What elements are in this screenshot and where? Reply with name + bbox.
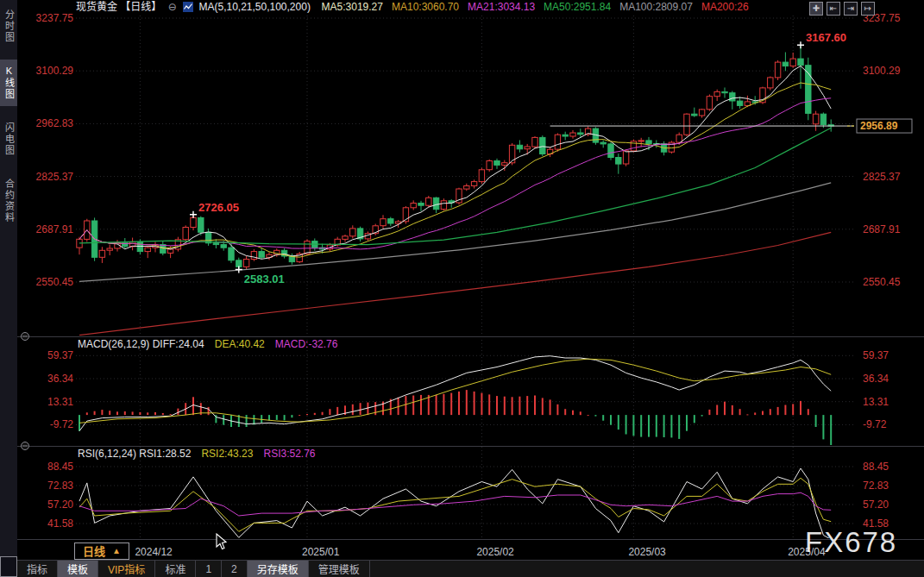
svg-text:57.20: 57.20	[47, 499, 73, 511]
macd-histogram-bar	[481, 393, 482, 416]
macd-histogram-bar	[314, 413, 316, 415]
macd-histogram-bar	[162, 413, 164, 415]
toolbar-tab-2[interactable]: 2	[222, 561, 248, 577]
macd-histogram-bar	[732, 405, 733, 415]
macd-histogram-bar	[374, 402, 376, 415]
panel-collapse-icon[interactable]	[22, 442, 29, 450]
candle	[221, 245, 226, 248]
macd-dea-line	[79, 359, 831, 423]
ma-settings-label[interactable]: MA(5,10,21,50,100,200)	[198, 1, 310, 13]
macd-histogram-bar	[724, 402, 726, 416]
sidebar-item-K线图[interactable]: K线图	[0, 60, 17, 106]
sidebar-item-合约资料[interactable]: 合约资料	[0, 172, 17, 229]
candle	[813, 114, 818, 124]
candle	[509, 145, 514, 163]
candle	[707, 97, 712, 110]
chart-header: 现货黄金 【日线】 ⊖ MA(5,10,21,50,100,200) MA5:3…	[76, 0, 757, 15]
price-axis-label: 3237.75	[36, 12, 74, 24]
macd-pane: 59.3759.3736.3436.3413.3113.31-9.72-9.72	[47, 349, 889, 448]
ma-value-label: MA100:2809.07	[619, 1, 693, 13]
macd-value-label: DEA:40.42	[215, 338, 265, 350]
zoom-x-left-icon[interactable]: ⇤	[827, 2, 840, 16]
date-axis-label: 2025/01	[302, 546, 340, 558]
candle	[684, 114, 689, 135]
macd-histogram-bar	[572, 411, 574, 415]
panel-collapse-icon[interactable]	[22, 333, 29, 341]
macd-histogram-bar	[610, 415, 612, 425]
macd-histogram-bar	[663, 415, 665, 437]
price-axis-label: 3100.29	[863, 65, 901, 77]
macd-histogram-bar	[208, 407, 210, 415]
candle	[783, 62, 788, 66]
candle	[699, 110, 704, 116]
candle	[471, 182, 476, 186]
bottom-left-corner-box	[0, 556, 17, 577]
candle	[540, 137, 545, 154]
macd-histogram-bar	[746, 414, 748, 415]
macd-histogram-bar	[101, 410, 103, 415]
macd-histogram-bar	[822, 415, 824, 439]
candle	[494, 161, 500, 166]
ma-value-label: MA50:2951.84	[544, 1, 611, 13]
candle	[775, 62, 780, 78]
macd-histogram-bar	[124, 411, 126, 415]
svg-text:2583.01: 2583.01	[244, 273, 285, 285]
price-axis-label: 3100.29	[36, 65, 74, 77]
move-icon[interactable]: ✚	[809, 2, 823, 16]
candle	[487, 161, 492, 170]
price-axis-label: 2962.83	[36, 117, 74, 129]
chart-canvas[interactable]: 3237.753237.753100.293100.292962.832962.…	[0, 0, 924, 577]
candle	[623, 151, 628, 164]
macd-histogram-bar	[588, 415, 589, 416]
macd-histogram-bar	[177, 409, 179, 416]
price-axis-label: 2825.37	[36, 171, 74, 183]
macd-histogram-bar	[154, 412, 156, 415]
candle	[608, 144, 613, 158]
macd-histogram-bar	[329, 409, 330, 415]
candle	[99, 250, 104, 257]
zoom-x-right-icon[interactable]: ⇥	[844, 2, 858, 16]
toolbar-tab-指标[interactable]: 指标	[17, 561, 58, 577]
candle	[692, 114, 697, 116]
toolbar-tab-模板[interactable]: 模板	[58, 561, 98, 577]
rsi-value-label: RSI(6,12,24) RSI1:28.52	[78, 448, 191, 460]
macd-histogram-bar	[474, 392, 475, 415]
macd-histogram-bar	[678, 415, 680, 439]
toolbar-tab-VIP指标[interactable]: VIP指标	[98, 561, 155, 577]
timeframe-selector[interactable]: 日线 ▲	[74, 543, 129, 560]
svg-text:36.34: 36.34	[47, 373, 73, 385]
rsi-value-label: RSI2:43.23	[201, 448, 253, 460]
svg-text:57.20: 57.20	[863, 499, 889, 511]
svg-text:13.31: 13.31	[863, 396, 889, 408]
macd-histogram-bar	[139, 412, 141, 415]
toolbar-tab-1[interactable]: 1	[196, 561, 222, 577]
candle	[213, 243, 218, 245]
collapse-icon[interactable]: ⊖	[168, 1, 177, 13]
ma-lines	[79, 66, 831, 336]
macd-histogram-bar	[815, 415, 817, 427]
candle	[555, 135, 560, 149]
macd-histogram-bar	[450, 393, 452, 416]
candle	[525, 147, 530, 149]
macd-histogram-bar	[648, 415, 650, 437]
sidebar-item-闪电图[interactable]: 闪电图	[0, 116, 17, 162]
toolbar-tab-另存模板[interactable]: 另存模板	[248, 561, 309, 577]
shift-right-icon[interactable]: ↦	[861, 2, 875, 16]
candle	[236, 260, 242, 267]
candle	[350, 229, 355, 236]
macd-value-label: MACD(26,12,9) DIFF:24.04	[78, 338, 204, 350]
sidebar-item-分时图[interactable]: 分时图	[0, 3, 17, 49]
mouse-cursor	[216, 533, 228, 550]
macd-histogram-bar	[739, 409, 741, 415]
toolbar-tab-标准[interactable]: 标准	[155, 561, 196, 577]
macd-histogram-bar	[519, 397, 520, 415]
date-axis-label: 2025/02	[476, 546, 514, 558]
macd-histogram-bar	[261, 415, 262, 423]
toolbar-tab-管理模板[interactable]: 管理模板	[309, 561, 370, 577]
chart-toolbar: ✚⇤⇥↦	[809, 2, 875, 16]
price-axis-label: 2687.91	[863, 223, 901, 235]
date-axis-label: 2024/12	[135, 546, 173, 558]
indicator-chart-icon[interactable]	[183, 2, 193, 16]
macd-histogram-bar	[784, 405, 786, 416]
candle	[646, 141, 651, 144]
